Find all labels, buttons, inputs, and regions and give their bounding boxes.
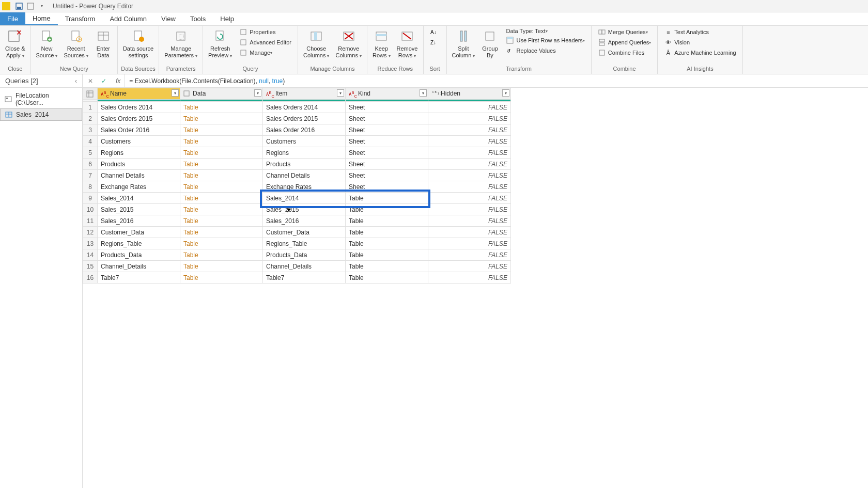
row-number[interactable]: 16 [83,272,98,284]
cell-hidden[interactable]: FALSE [428,159,511,170]
row-number[interactable]: 12 [83,227,98,238]
query-item[interactable]: FileLocation (C:\User... [0,90,82,108]
table-row[interactable]: 15Channel_DetailsTableChannel_DetailsTab… [83,261,511,272]
cell-name[interactable]: Sales_2016 [98,215,180,227]
cell-name[interactable]: Sales Orders 2014 [98,102,180,113]
column-header-name[interactable]: ABCName▾ [98,88,180,100]
cell-data[interactable]: Table [180,124,263,136]
cell-name[interactable]: Table7 [98,272,180,284]
table-row[interactable]: 12Customer_DataTableCustomer_DataTableFA… [83,227,511,238]
remove-rows-button[interactable]: RemoveRows ▾ [394,27,421,59]
column-header-item[interactable]: ABCItem▾ [263,88,346,100]
keep-rows-button[interactable]: KeepRows ▾ [369,27,394,59]
cell-item[interactable]: Regions_Table [263,238,346,249]
tab-transform[interactable]: Transform [58,12,103,25]
cell-name[interactable]: Products_Data [98,249,180,261]
cell-item[interactable]: Sales_2014 [263,193,346,204]
row-number[interactable]: 6 [83,159,98,170]
cell-data[interactable]: Table [180,170,263,181]
cell-data[interactable]: Table [180,204,263,215]
sort-desc-button[interactable]: Z↓ [428,37,442,48]
cell-item[interactable]: Regions [263,147,346,159]
column-filter-icon[interactable]: ▾ [337,89,344,97]
data-grid[interactable]: ABCName▾Data▾ABCItem▾ABCKind▾ᴬᴮ₁₂Hidden▾… [83,88,511,284]
cell-hidden[interactable]: FALSE [428,238,511,249]
properties-button[interactable]: Properties [237,27,293,37]
cell-kind[interactable]: Sheet [346,170,428,181]
cell-data[interactable]: Table [180,227,263,238]
cell-hidden[interactable]: FALSE [428,136,511,147]
tab-view[interactable]: View [154,12,183,25]
row-number[interactable]: 7 [83,170,98,181]
close-apply-button[interactable]: ✕ Close &Apply ▾ [2,27,28,59]
cell-item[interactable]: Channel_Details [263,261,346,272]
combine-files-button[interactable]: Combine Files [596,48,654,58]
queries-header[interactable]: Queries [2] ‹ [0,74,83,87]
cell-data[interactable]: Table [180,193,263,204]
table-row[interactable]: 1Sales Orders 2014TableSales Orders 2014… [83,102,511,113]
cell-item[interactable]: Sales_2015 [263,204,346,215]
cell-kind[interactable]: Table [346,261,428,272]
cell-kind[interactable]: Sheet [346,181,428,193]
table-row[interactable]: 7Channel DetailsTableChannel DetailsShee… [83,170,511,181]
table-row[interactable]: 9Sales_2014TableSales_2014TableFALSE [83,193,511,204]
cell-data[interactable]: Table [180,272,263,284]
data-source-settings-button[interactable]: Data sourcesettings [120,27,157,59]
cell-hidden[interactable]: FALSE [428,227,511,238]
cell-kind[interactable]: Table [346,193,428,204]
cell-name[interactable]: Sales Orders 2015 [98,113,180,124]
advanced-editor-button[interactable]: Advanced Editor [237,37,293,48]
table-row[interactable]: 16Table7TableTable7TableFALSE [83,272,511,284]
column-filter-icon[interactable]: ▾ [254,89,261,97]
row-number-header[interactable] [83,88,98,100]
cell-data[interactable]: Table [180,215,263,227]
cell-name[interactable]: Customer_Data [98,227,180,238]
cell-name[interactable]: Sales_2014 [98,193,180,204]
tab-tools[interactable]: Tools [183,12,213,25]
query-item[interactable]: Sales_2014 [0,108,82,121]
table-row[interactable]: 4CustomersTableCustomersSheetFALSE [83,136,511,147]
tab-add-column[interactable]: Add Column [102,12,154,25]
row-number[interactable]: 5 [83,147,98,159]
formula-accept-icon[interactable]: ✓ [99,76,109,86]
cell-hidden[interactable]: FALSE [428,193,511,204]
column-filter-icon[interactable]: ▾ [172,89,179,97]
refresh-preview-button[interactable]: RefreshPreview ▾ [205,27,235,59]
tab-home[interactable]: Home [25,12,58,25]
cell-item[interactable]: Products_Data [263,249,346,261]
cell-hidden[interactable]: FALSE [428,124,511,136]
cell-hidden[interactable]: FALSE [428,215,511,227]
cell-name[interactable]: Channel Details [98,170,180,181]
table-row[interactable]: 8Exchange RatesTableExchange RatesSheetF… [83,181,511,193]
enter-data-button[interactable]: EnterData [91,27,115,59]
formula-bar[interactable]: = Excel.Workbook(File.Contents(FileLocat… [125,77,868,85]
cell-hidden[interactable]: FALSE [428,113,511,124]
cell-kind[interactable]: Sheet [346,147,428,159]
cell-item[interactable]: Exchange Rates [263,181,346,193]
cell-name[interactable]: Regions_Table [98,238,180,249]
replace-values-button[interactable]: ↺Replace Values [504,45,586,56]
cell-data[interactable]: Table [180,147,263,159]
cell-data[interactable]: Table [180,159,263,170]
cell-name[interactable]: Customers [98,136,180,147]
fx-label[interactable]: fx [112,74,125,87]
cell-kind[interactable]: Sheet [346,136,428,147]
column-header-kind[interactable]: ABCKind▾ [346,88,428,100]
column-filter-icon[interactable]: ▾ [502,89,509,97]
cell-item[interactable]: Customer_Data [263,227,346,238]
qat-dropdown-icon[interactable]: ▾ [38,2,46,10]
row-number[interactable]: 13 [83,238,98,249]
table-row[interactable]: 5RegionsTableRegionsSheetFALSE [83,147,511,159]
cell-kind[interactable]: Sheet [346,113,428,124]
cell-item[interactable]: Sales Orders 2015 [263,113,346,124]
cell-kind[interactable]: Table [346,227,428,238]
sort-asc-button[interactable]: A↓ [428,27,442,37]
cell-item[interactable]: Sales Orders 2014 [263,102,346,113]
collapse-queries-icon[interactable]: ‹ [75,77,77,85]
split-column-button[interactable]: SplitColumn ▾ [449,27,478,59]
table-row[interactable]: 11Sales_2016TableSales_2016TableFALSE [83,215,511,227]
cell-item[interactable]: Sales_2016 [263,215,346,227]
choose-columns-button[interactable]: ChooseColumns ▾ [300,27,332,59]
new-source-button[interactable]: + NewSource ▾ [33,27,61,59]
first-row-headers-button[interactable]: Use First Row as Headers ▾ [504,35,586,45]
